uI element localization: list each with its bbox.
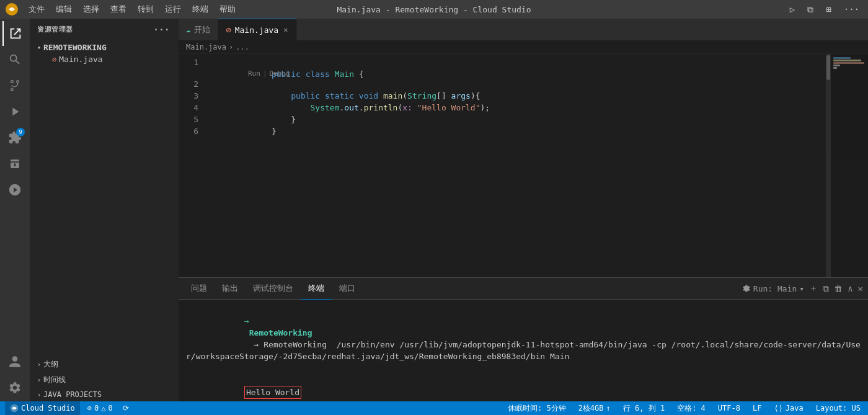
cpu-label: 2核4GB — [578, 403, 604, 414]
run-codelens[interactable]: Run — [248, 68, 260, 79]
folder-remoteworking[interactable]: ▾ REMOTEWORKING — [30, 42, 179, 53]
sidebar: 资源管理器 ··· ▾ REMOTEWORKING ⊘ Main.java › … — [30, 19, 179, 401]
menu-edit[interactable]: 编辑 — [51, 2, 77, 16]
tabs-bar: ☁ 开始 ⊘ Main.java ✕ — [179, 19, 868, 40]
window-title: Main.java - RemoteWorking - Cloud Studio — [337, 5, 531, 14]
panel-tab-terminal[interactable]: 终端 — [301, 278, 332, 300]
menu-run[interactable]: 运行 — [160, 2, 186, 16]
terminal-arrow-1: → — [244, 316, 249, 326]
terminal-line-1: → RemoteWorking → RemoteWorking /usr/bin… — [186, 303, 861, 374]
panel-actions: Run: Main ▾ ＋ ⧉ 🗑 ∧ ✕ — [742, 283, 863, 294]
activity-extensions[interactable]: 9 — [2, 125, 27, 150]
run-button[interactable]: ▷ — [786, 3, 799, 16]
status-right: 休眠时间: 5分钟 2核4GB ↑ 行 6, 列 1 空格: 4 UTF-8 L… — [505, 401, 863, 415]
panel-tab-output[interactable]: 输出 — [215, 278, 246, 300]
code-editor[interactable]: 1 2 3 4 5 6 public class Main { Run | De — [179, 54, 868, 277]
position-label: 行 6, 列 1 — [623, 403, 665, 414]
status-line-ending[interactable]: LF — [750, 401, 764, 415]
menu-terminal[interactable]: 终端 — [187, 2, 213, 16]
panel-tab-ports[interactable]: 端口 — [332, 278, 363, 300]
outline-label: 大纲 — [43, 359, 58, 370]
layout-button[interactable]: ⊞ — [822, 3, 835, 16]
sidebar-more-btn[interactable]: ··· — [152, 24, 171, 36]
tab-error-dot: ⊘ — [226, 25, 231, 35]
activity-settings[interactable] — [2, 375, 27, 400]
menu-view[interactable]: 查看 — [105, 2, 131, 16]
menu-goto[interactable]: 转到 — [133, 2, 159, 16]
terminal-content[interactable]: → RemoteWorking → RemoteWorking /usr/bin… — [179, 300, 868, 401]
spaces-label: 空格: 4 — [677, 403, 706, 414]
timeline-panel[interactable]: › 时间线 — [30, 372, 179, 388]
error-icon: ⊘ — [87, 404, 92, 413]
status-position[interactable]: 行 6, 列 1 — [621, 401, 667, 415]
folder-name: REMOTEWORKING — [43, 43, 107, 52]
code-area[interactable]: public class Main { Run | Debug public s… — [203, 54, 831, 277]
status-idle[interactable]: 休眠时间: 5分钟 — [505, 401, 569, 415]
status-errors[interactable]: ⊘ 0 △ 0 — [85, 401, 115, 415]
debug-codelens[interactable]: Debug — [270, 68, 290, 79]
file-main-java[interactable]: ⊘ Main.java — [30, 53, 179, 65]
more-button[interactable]: ··· — [840, 3, 863, 16]
sidebar-bottom-panels: › 大纲 › 时间线 › JAVA PROJECTS — [30, 357, 179, 401]
java-projects-panel[interactable]: › JAVA PROJECTS — [30, 388, 179, 401]
run-label: Run: Main — [753, 284, 797, 293]
main-container: 9 资源管理器 ··· ▾ REMOTEWORKING — [0, 19, 868, 401]
warning-icon: △ — [101, 404, 105, 413]
status-logo[interactable]: Cloud Studio — [5, 401, 80, 415]
menu-file[interactable]: 文件 — [24, 2, 50, 16]
language-label: Java — [786, 404, 804, 413]
run-main-btn[interactable]: Run: Main ▾ — [742, 284, 804, 293]
breadcrumb-sep: › — [229, 43, 233, 51]
panel-tab-debug-console[interactable]: 调试控制台 — [246, 278, 301, 300]
breadcrumb-file[interactable]: Main.java — [186, 43, 226, 51]
activity-account[interactable] — [2, 349, 27, 374]
breadcrumb: Main.java › ... — [179, 40, 868, 54]
sidebar-title: 资源管理器 — [37, 25, 73, 34]
settings-icon — [742, 284, 751, 293]
trash-icon[interactable]: 🗑 — [834, 283, 843, 293]
add-terminal-icon[interactable]: ＋ — [809, 283, 818, 294]
status-encoding[interactable]: UTF-8 — [715, 401, 743, 415]
code-line-1: public class Main { — [213, 56, 831, 68]
start-tab-icon: ☁ — [186, 25, 190, 34]
tab-main-java-label: Main.java — [235, 25, 278, 35]
activity-explorer[interactable] — [2, 21, 27, 46]
status-cpu[interactable]: 2核4GB ↑ — [576, 401, 613, 415]
menu-help[interactable]: 帮助 — [215, 2, 241, 16]
activity-search[interactable] — [2, 47, 27, 72]
terminal-hello-world: Hello World — [244, 386, 301, 399]
status-layout[interactable]: Layout: US — [813, 401, 863, 415]
upload-icon: ↑ — [606, 404, 611, 413]
terminal-cmd: → RemoteWorking /usr/bin/env /usr/lib/jv… — [186, 340, 861, 361]
status-language[interactable]: ⟨⟩ Java — [771, 401, 805, 415]
app-logo[interactable] — [5, 2, 19, 16]
close-panel-icon[interactable]: ✕ — [858, 283, 863, 293]
run-chevron: ▾ — [799, 284, 804, 293]
tab-main-java[interactable]: ⊘ Main.java ✕ — [218, 19, 297, 40]
file-name: Main.java — [59, 55, 102, 64]
status-sync[interactable]: ⟳ — [120, 401, 131, 415]
tab-start[interactable]: ☁ 开始 — [179, 19, 218, 40]
status-logo-label: Cloud Studio — [21, 404, 75, 413]
activity-run-debug[interactable] — [2, 99, 27, 124]
status-spaces[interactable]: 空格: 4 — [675, 401, 708, 415]
terminal-dir-1: RemoteWorking — [244, 328, 312, 337]
menu-select[interactable]: 选择 — [78, 2, 104, 16]
panel-tabs: 问题 输出 调试控制台 终端 端口 Run: Main ▾ ＋ ⧉ 🗑 — [179, 278, 868, 300]
split-editor-button[interactable]: ⧉ — [804, 3, 817, 16]
code-line-6 — [213, 125, 831, 137]
activity-source-control[interactable] — [2, 73, 27, 98]
sync-icon: ⟳ — [123, 404, 129, 413]
timeline-chevron: › — [37, 377, 41, 383]
sidebar-header: 资源管理器 ··· — [30, 19, 179, 40]
breadcrumb-symbol[interactable]: ... — [236, 43, 249, 51]
tab-close-btn[interactable]: ✕ — [282, 25, 289, 35]
activity-deploy[interactable] — [2, 177, 27, 202]
panel-tab-problems[interactable]: 问题 — [184, 278, 215, 300]
menu-bar: 文件 编辑 选择 查看 转到 运行 终端 帮助 — [24, 2, 241, 16]
activity-test[interactable] — [2, 151, 27, 176]
status-bar: Cloud Studio ⊘ 0 △ 0 ⟳ 休眠时间: 5分钟 2核4GB ↑… — [0, 401, 868, 415]
split-terminal-icon[interactable]: ⧉ — [823, 283, 829, 294]
outline-panel[interactable]: › 大纲 — [30, 357, 179, 372]
maximize-panel-icon[interactable]: ∧ — [848, 283, 852, 293]
